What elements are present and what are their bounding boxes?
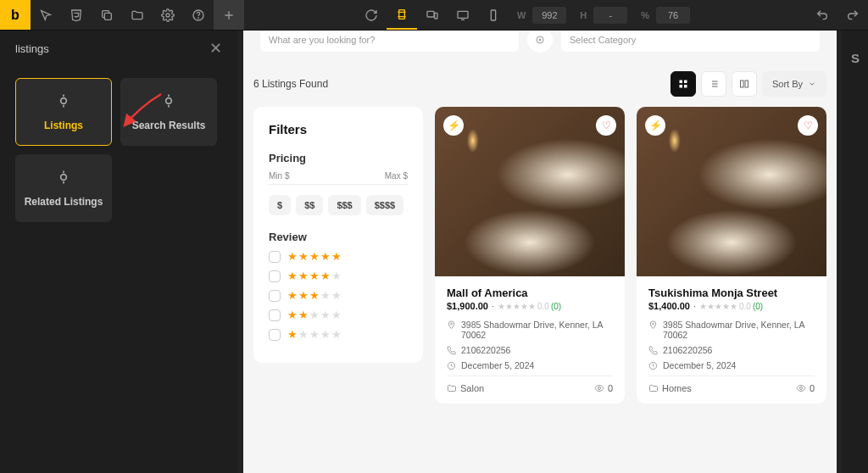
phone-icon [447, 346, 456, 355]
checkbox-icon[interactable] [269, 290, 281, 302]
element-card-related-listings[interactable]: Related Listings [15, 154, 112, 222]
listing-views: 0 [608, 383, 613, 393]
price-max-label[interactable]: Max $ [385, 171, 408, 181]
svg-rect-0 [104, 13, 111, 19]
checkbox-icon[interactable] [269, 270, 281, 282]
review-filter-2[interactable]: ★★★★★ [269, 309, 408, 321]
search-input[interactable]: What are you looking for? [260, 31, 519, 52]
app-logo[interactable]: b [0, 0, 31, 30]
zoom-group: % 76 [637, 0, 690, 30]
review-filter-4[interactable]: ★★★★★ [269, 270, 408, 282]
location-icon[interactable] [527, 31, 553, 53]
search-results-icon [160, 92, 177, 113]
listing-rating: ★★★★★ 0.0 (0) [699, 302, 763, 311]
map-view-button[interactable] [732, 71, 757, 97]
svg-point-10 [166, 98, 172, 104]
filters-title: Filters [269, 122, 408, 136]
favorite-button[interactable]: ♡ [596, 115, 616, 136]
element-card-label: Related Listings [25, 196, 103, 208]
listing-date: December 5, 2024 [461, 360, 534, 370]
svg-point-1 [166, 14, 170, 17]
review-filter-1[interactable]: ★★★★★ [269, 328, 408, 341]
svg-rect-17 [684, 85, 687, 88]
eye-icon [594, 383, 604, 393]
cursor-tool-button[interactable] [31, 0, 61, 30]
category-select[interactable]: Select Category [561, 31, 820, 52]
width-value[interactable]: 992 [532, 7, 566, 24]
svg-rect-4 [399, 9, 405, 19]
pin-icon [648, 320, 658, 330]
undo-button[interactable] [807, 0, 837, 30]
checkbox-icon[interactable] [269, 329, 281, 341]
checkbox-icon[interactable] [269, 251, 281, 263]
listing-address: 3985 Shadowmar Drive, Kenner, LA 70062 [663, 320, 815, 340]
svg-rect-6 [435, 13, 437, 19]
preview-page: What are you looking for? Select Categor… [243, 31, 837, 473]
listing-price: $1,900.00 [447, 301, 488, 311]
css-button[interactable] [61, 0, 92, 30]
element-card-search-results[interactable]: Search Results [120, 78, 217, 146]
zoom-value[interactable]: 76 [656, 7, 690, 24]
eye-icon [796, 383, 806, 393]
sidebar-title: listings [15, 42, 49, 55]
related-listings-icon [55, 169, 72, 189]
listing-address: 3985 Shadowmar Drive, Kenner, LA 70062 [461, 320, 613, 340]
settings-button[interactable] [153, 0, 183, 30]
pricing-heading: Pricing [269, 152, 408, 164]
help-button[interactable] [183, 0, 214, 30]
review-filter-5[interactable]: ★★★★★ [269, 250, 408, 263]
zoom-label: % [637, 10, 653, 20]
svg-point-20 [451, 323, 453, 325]
favorite-button[interactable]: ♡ [798, 115, 818, 136]
featured-icon: ⚡ [645, 115, 665, 136]
price-chip[interactable]: $$$$ [366, 195, 403, 215]
element-card-label: Listings [44, 120, 83, 131]
devices-button[interactable] [417, 0, 448, 30]
price-chip[interactable]: $$ [296, 195, 323, 215]
checkbox-icon[interactable] [269, 309, 281, 321]
listing-views: 0 [810, 383, 815, 393]
width-label: W [514, 10, 529, 20]
element-card-label: Search Results [132, 120, 206, 131]
svg-rect-19 [745, 81, 748, 87]
svg-point-13 [539, 39, 541, 41]
svg-rect-7 [458, 11, 468, 18]
review-filter-3[interactable]: ★★★★★ [269, 289, 408, 302]
height-label: H [576, 10, 590, 20]
svg-rect-8 [491, 10, 495, 20]
redo-button[interactable] [837, 0, 868, 30]
height-value[interactable]: - [593, 7, 627, 24]
featured-icon: ⚡ [443, 115, 464, 136]
desktop-view-button[interactable] [448, 0, 478, 30]
price-chip[interactable]: $$$ [328, 195, 360, 215]
element-card-listings[interactable]: Listings [15, 78, 112, 146]
listing-category: Salon [460, 383, 484, 393]
listings-icon [55, 92, 72, 113]
list-view-button[interactable] [701, 71, 726, 97]
top-toolbar: b W 992 H - % 76 [0, 0, 868, 31]
listing-date: December 5, 2024 [663, 360, 736, 370]
listing-card[interactable]: ⚡ ♡ Tsukishima Monja Street $1,400.00 · … [637, 107, 826, 403]
price-min-label[interactable]: Min $ [269, 171, 289, 181]
refresh-button[interactable] [356, 0, 387, 30]
folder-button[interactable] [122, 0, 153, 30]
right-panel: S [843, 31, 868, 473]
grid-view-button[interactable] [670, 71, 696, 97]
price-chip[interactable]: $ [269, 195, 291, 215]
responsive-toggle-button[interactable] [387, 0, 417, 30]
clock-icon [447, 361, 456, 370]
review-heading: Review [269, 231, 408, 243]
listing-phone: 2106220256 [663, 345, 712, 355]
results-count: 6 Listings Found [253, 78, 328, 90]
listing-category: Homes [662, 383, 692, 393]
svg-point-22 [598, 387, 600, 390]
mobile-view-button[interactable] [478, 0, 509, 30]
copy-button[interactable] [92, 0, 122, 30]
sort-button[interactable]: Sort By [762, 71, 826, 97]
pin-icon [447, 320, 456, 330]
listing-card[interactable]: ⚡ ♡ Mall of America $1,900.00 · ★★★★★ 0.… [435, 107, 625, 403]
add-button[interactable] [214, 0, 244, 30]
listing-title: Mall of America [447, 287, 613, 299]
listing-price: $1,400.00 [648, 301, 690, 311]
sidebar-close-button[interactable]: ✕ [209, 39, 222, 58]
